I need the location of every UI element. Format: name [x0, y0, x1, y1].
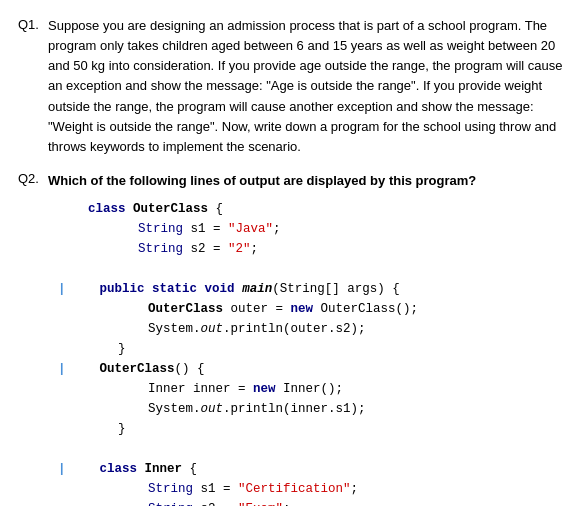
code-line-8: | OuterClass() {: [58, 359, 569, 379]
q2-question: Which of the following lines of output a…: [48, 171, 569, 191]
code-line-14: String s2 = "Exam";: [58, 499, 569, 506]
q2-block: Q2. Which of the following lines of outp…: [18, 171, 569, 506]
code-line-1: class OuterClass {: [58, 199, 569, 219]
code-line-11: }: [58, 419, 569, 439]
code-line-4: | public static void main(String[] args)…: [58, 279, 569, 299]
code-line-blank1: [58, 259, 569, 279]
q1-number: Q1.: [18, 16, 48, 32]
q2-content: Which of the following lines of output a…: [48, 171, 569, 506]
code-block: class OuterClass { String s1 = "Java"; S…: [48, 199, 569, 506]
code-line-13: String s1 = "Certification";: [58, 479, 569, 499]
code-line-2: String s1 = "Java";: [58, 219, 569, 239]
code-line-3: String s2 = "2";: [58, 239, 569, 259]
code-line-9: Inner inner = new Inner();: [58, 379, 569, 399]
code-line-6: System.out.println(outer.s2);: [58, 319, 569, 339]
q1-block: Q1. Suppose you are designing an admissi…: [18, 16, 569, 157]
code-line-blank2: [58, 439, 569, 459]
code-line-10: System.out.println(inner.s1);: [58, 399, 569, 419]
code-line-12: | class Inner {: [58, 459, 569, 479]
code-line-5: OuterClass outer = new OuterClass();: [58, 299, 569, 319]
q1-text: Suppose you are designing an admission p…: [48, 16, 569, 157]
code-line-7: }: [58, 339, 569, 359]
q2-number: Q2.: [18, 171, 48, 186]
